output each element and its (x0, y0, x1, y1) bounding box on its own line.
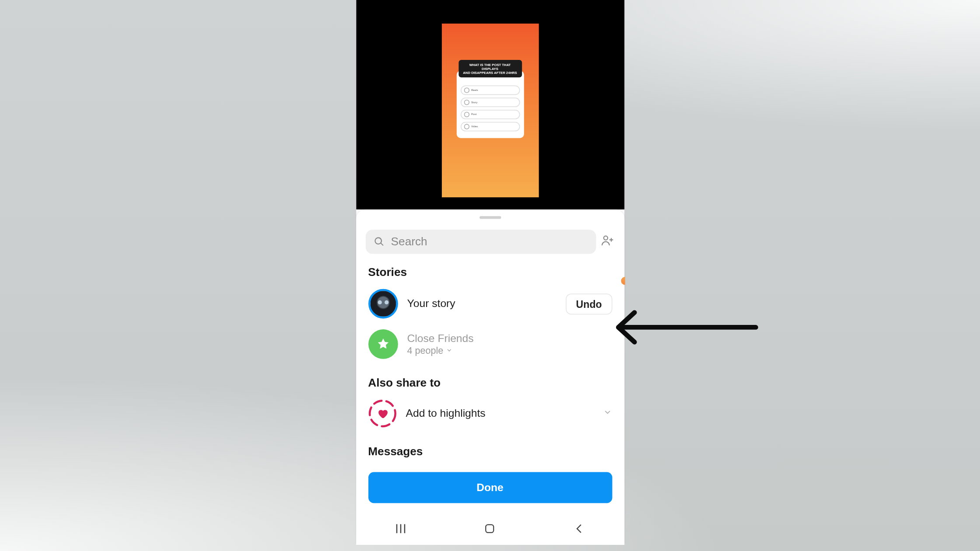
annotation-arrow (597, 303, 759, 354)
highlights-icon (368, 399, 396, 428)
quiz-title: WHAT IS THE POST THAT DISPLAYS AND DISAP… (458, 59, 522, 77)
svg-point-1 (369, 401, 395, 426)
highlights-label: Add to highlights (406, 408, 593, 420)
quiz-option: Video (460, 122, 520, 131)
add-people-icon[interactable] (600, 233, 615, 251)
section-stories: Stories (356, 254, 624, 284)
android-navbar (356, 513, 624, 545)
search-placeholder: Search (391, 235, 427, 248)
quiz-option: Story (460, 98, 520, 107)
your-story-row[interactable]: Your story Undo (356, 283, 624, 324)
story-preview-area: WHAT IS THE POST THAT DISPLAYS AND DISAP… (356, 0, 624, 209)
svg-rect-4 (404, 524, 405, 534)
svg-rect-5 (486, 525, 494, 533)
svg-point-0 (603, 236, 607, 240)
quiz-option: Reels (460, 85, 520, 95)
recents-button[interactable] (394, 522, 407, 536)
close-friends-avatar (368, 329, 398, 359)
your-story-label: Your story (407, 298, 556, 310)
section-also-share: Also share to (356, 364, 624, 394)
quiz-option: Post (460, 109, 520, 119)
done-button[interactable]: Done (368, 472, 612, 503)
close-friends-label: Close Friends (407, 333, 612, 345)
search-input[interactable]: Search (365, 230, 596, 254)
chevron-down-icon (446, 347, 452, 353)
phone-screenshot: WHAT IS THE POST THAT DISPLAYS AND DISAP… (356, 0, 624, 545)
your-story-avatar (368, 289, 398, 319)
close-friends-sub[interactable]: 4 people (407, 345, 612, 356)
story-preview: WHAT IS THE POST THAT DISPLAYS AND DISAP… (441, 23, 539, 197)
search-icon (374, 237, 385, 248)
sheet-grabber[interactable] (479, 216, 500, 219)
quiz-sticker: WHAT IS THE POST THAT DISPLAYS AND DISAP… (456, 70, 524, 138)
svg-rect-3 (400, 524, 401, 534)
highlights-row[interactable]: Add to highlights (356, 394, 624, 433)
chevron-down-icon (602, 408, 612, 420)
home-button[interactable] (483, 522, 497, 536)
share-sheet: Search Stories Your story Undo Close Fri… (356, 209, 624, 545)
section-messages: Messages (356, 433, 624, 463)
svg-rect-2 (396, 524, 397, 534)
close-friends-row[interactable]: Close Friends 4 people (356, 324, 624, 364)
back-button[interactable] (573, 522, 586, 536)
